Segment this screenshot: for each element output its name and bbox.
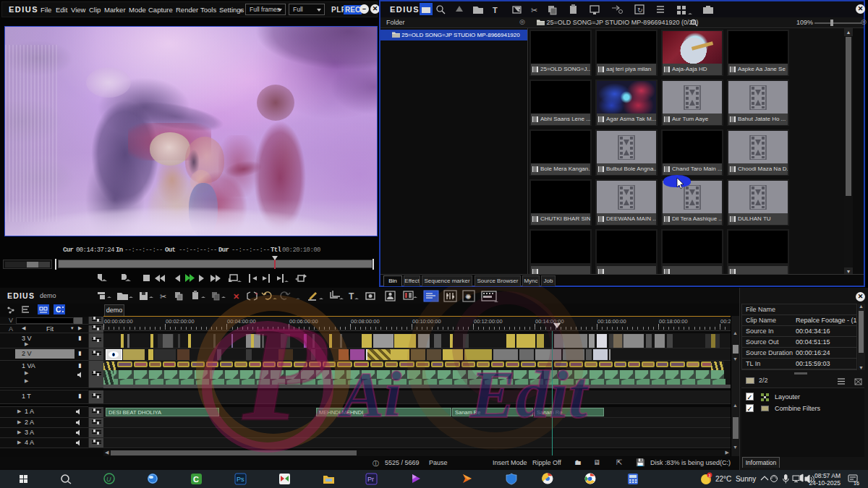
svg-text:Ps: Ps <box>237 476 244 483</box>
svg-text:22°C Sunny: 22°C Sunny <box>715 475 756 483</box>
svg-text:24-10-2025: 24-10-2025 <box>809 479 841 487</box>
svg-text:U: U <box>106 476 111 483</box>
svg-text:3: 3 <box>709 474 711 478</box>
svg-text:08:57 AM: 08:57 AM <box>814 472 841 479</box>
svg-text:Pr: Pr <box>367 476 374 483</box>
svg-text:G: G <box>587 476 592 482</box>
svg-text:16: 16 <box>854 481 859 486</box>
svg-text:C: C <box>193 475 199 484</box>
svg-text:T: T <box>493 6 498 14</box>
svg-text:↻: ↻ <box>637 7 643 14</box>
svg-text:✂: ✂ <box>531 6 537 14</box>
